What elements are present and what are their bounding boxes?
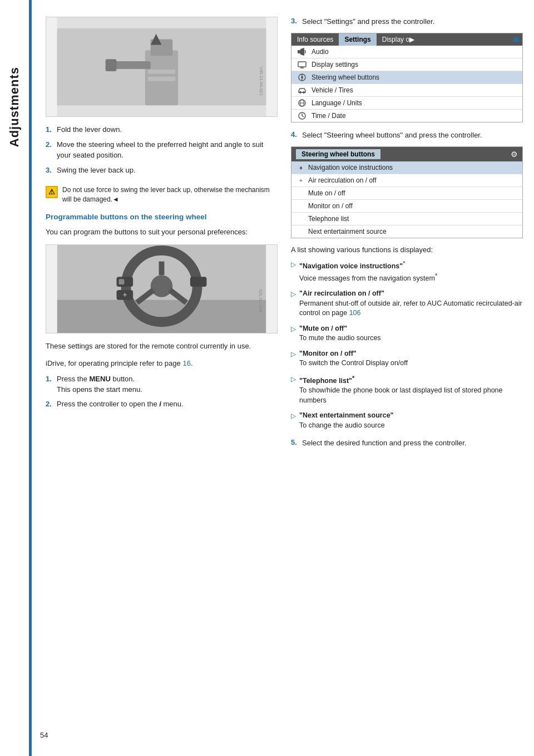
step3-text: Select "Settings" and press the controll… [302, 17, 434, 27]
step5-row: 5. Select the desired function and press… [291, 438, 523, 449]
sw-row-mute: Mute on / off [291, 187, 522, 200]
step-text-2: Move the steering wheel to the preferred… [57, 140, 278, 161]
svg-point-30 [301, 76, 303, 78]
func-text-2: "Mute on / off"To mute the audio sources [299, 324, 381, 343]
sw-row-nav: ♦ Navigation voice instructions [291, 161, 522, 174]
func-text-5: "Next entertainment source"To change the… [299, 411, 394, 430]
sw-text-air: Air recirculation on / off [308, 176, 377, 184]
settings-menu-ui: Info sources Settings Display o▶ Audio [291, 33, 523, 122]
func-text-1: "Air recirculation on / off"Permanent sh… [299, 289, 523, 318]
menu-bold: MENU [90, 375, 111, 383]
sw-row-air: + Air recirculation on / off [291, 174, 522, 187]
sw-text-monitor: Monitor on / off [308, 202, 353, 210]
func-text-3: "Monitor on / off"To switch the Control … [299, 349, 408, 369]
steps-before-heading: 1. Fold the lever down. 2. Move the stee… [46, 125, 278, 175]
header-dot-icon [513, 37, 519, 42]
step4-row: 4. Select "Steering wheel buttons" and p… [291, 130, 523, 141]
func-arrow-1: ▷ [291, 289, 296, 318]
sidebar-label: Adjustments [7, 67, 22, 147]
menu-row-vehicle-text: Vehicle / Tires [312, 86, 353, 94]
svg-rect-26 [298, 62, 306, 67]
menu-row-language-text: Language / Units [312, 99, 362, 107]
sw-bullet-telephone [297, 215, 305, 223]
section-heading: Programmable buttons on the steering whe… [46, 212, 278, 223]
svg-rect-8 [148, 77, 175, 81]
step-menu-num-1: 1. [46, 374, 53, 395]
sw-row-monitor: Monitor on / off [291, 200, 522, 213]
func-air: ▷ "Air recirculation on / off"Permanent … [291, 289, 523, 318]
sw-bullet-next [297, 228, 305, 235]
display-settings-icon [297, 61, 307, 68]
step-text-3: Swing the lever back up. [57, 165, 136, 176]
sidebar-accent-bar [29, 0, 32, 756]
steering-wheel-diagram: + SZL-01-029 [46, 244, 278, 333]
step5-num: 5. [291, 438, 299, 449]
idrive-page-link[interactable]: 16 [182, 359, 190, 367]
menu-row-steering: Steering wheel buttons [291, 71, 522, 84]
idrive-ref: iDrive, for operating principle refer to… [46, 359, 278, 369]
tab-info-sources: Info sources [291, 33, 339, 46]
sw-row-next: Next entertainment source [291, 225, 522, 238]
tab-settings: Settings [339, 33, 376, 46]
page-ref-106[interactable]: 106 [349, 309, 361, 317]
step-3: 3. Swing the lever back up. [46, 165, 278, 176]
menu-row-audio-text: Audio [312, 48, 329, 56]
func-arrow-5: ▷ [291, 411, 296, 430]
svg-rect-19 [118, 279, 124, 284]
main-content: VIR-21-00-021 1. Fold the lever down. 2.… [29, 0, 534, 756]
section-body: You can program the buttons to suit your… [46, 227, 278, 238]
func-next: ▷ "Next entertainment source"To change t… [291, 411, 523, 430]
svg-rect-20 [190, 277, 207, 287]
sw-menu-ui: Steering wheel buttons ⚙ ♦ Navigation vo… [291, 146, 523, 238]
func-arrow-2: ▷ [291, 325, 296, 343]
left-column: VIR-21-00-021 1. Fold the lever down. 2.… [46, 17, 278, 739]
step-num-1: 1. [46, 125, 53, 135]
step-num-2: 2. [46, 140, 53, 161]
menu-row-time: Time / Date [291, 110, 522, 122]
svg-point-34 [303, 91, 305, 94]
sw-menu-title: Steering wheel buttons [296, 149, 380, 159]
func-arrow-3: ▷ [291, 350, 296, 369]
step-menu-text-2: Press the controller to open the i menu. [57, 399, 184, 410]
sidebar: Adjustments [0, 0, 29, 756]
menu-row-vehicle: Vehicle / Tires [291, 84, 522, 97]
func-arrow-4: ▷ [291, 375, 296, 406]
step-menu-text-1: Press the MENU button.This opens the sta… [57, 374, 142, 395]
svg-marker-25 [300, 48, 304, 56]
step-menu-num-2: 2. [46, 399, 53, 410]
sw-text-next: Next entertainment source [308, 228, 387, 235]
warning-icon: ⚠ [46, 186, 58, 198]
menu-row-language: Language / Units [291, 97, 522, 110]
step5-text: Select the desired function and press th… [302, 438, 467, 449]
vehicle-icon [297, 86, 307, 94]
svg-text:SZL-01-029: SZL-01-029 [258, 289, 263, 312]
menu-row-steering-text: Steering wheel buttons [312, 73, 379, 81]
func-monitor: ▷ "Monitor on / off"To switch the Contro… [291, 349, 523, 369]
menu-row-display-text: Display settings [312, 61, 358, 68]
audio-icon [297, 48, 307, 56]
step3-num: 3. [291, 17, 299, 27]
sw-text-nav: Navigation voice instructions [308, 164, 393, 171]
svg-point-14 [151, 275, 173, 297]
step-menu-1: 1. Press the MENU button.This opens the … [46, 374, 278, 395]
svg-line-40 [302, 116, 304, 117]
svg-rect-24 [298, 50, 300, 53]
step4-num: 4. [291, 130, 299, 141]
svg-rect-4 [112, 61, 151, 69]
step-menu-2: 2. Press the controller to open the i me… [46, 399, 278, 410]
func-telephone: ▷ "Telephone list"*To show/hide the phon… [291, 374, 523, 406]
i-symbol: i [159, 400, 161, 408]
settings-stored-text: These settings are stored for the remote… [46, 341, 278, 352]
step-text-1: Fold the lever down. [57, 125, 122, 135]
func-nav: ▷ "Navigation voice instructions"*Voice … [291, 259, 523, 283]
svg-text:VIR-21-00-021: VIR-21-00-021 [259, 67, 264, 96]
time-icon [297, 112, 307, 120]
svg-rect-5 [106, 59, 117, 71]
sw-bullet-monitor [297, 202, 305, 210]
step-num-3: 3. [46, 165, 53, 176]
sw-text-telephone: Telephone list [308, 215, 349, 223]
step4-text: Select "Steering wheel buttons" and pres… [302, 130, 482, 141]
steering-icon [297, 73, 307, 81]
sw-text-mute: Mute on / off [308, 189, 345, 197]
menu-row-display: Display settings [291, 58, 522, 71]
